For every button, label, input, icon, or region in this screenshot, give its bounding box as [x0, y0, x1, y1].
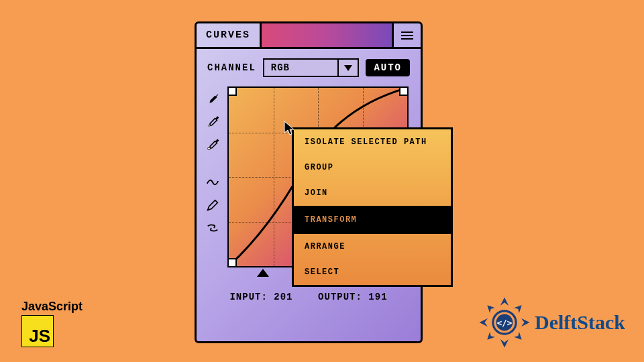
curve-handle-top-right[interactable] — [399, 86, 409, 96]
channel-row: CHANNEL RGB AUTO — [197, 49, 421, 84]
pencil-tool[interactable] — [204, 196, 221, 214]
input-label: INPUT: — [229, 292, 267, 302]
context-menu: ISOLATE SELECTED PATH GROUP JOIN TRANSFO… — [292, 127, 453, 287]
curve-handle-top-left[interactable] — [227, 86, 237, 96]
wave-icon — [205, 175, 220, 190]
header-gradient — [262, 23, 394, 47]
svg-point-1 — [208, 147, 211, 150]
curve-smooth-tool[interactable] — [204, 174, 221, 191]
curve-handle-bottom-left[interactable] — [227, 258, 237, 267]
ctx-arrange[interactable]: ARRANGE — [294, 233, 451, 259]
ctx-isolate-path[interactable]: ISOLATE SELECTED PATH — [294, 129, 451, 155]
ctx-join[interactable]: JOIN — [294, 180, 451, 206]
panel-title: CURVES — [197, 23, 262, 47]
channel-label: CHANNEL — [207, 62, 256, 73]
chevron-down-icon — [344, 65, 352, 71]
svg-marker-6 — [487, 305, 495, 313]
channel-dropdown-arrow[interactable] — [337, 60, 358, 76]
svg-marker-9 — [514, 332, 522, 340]
swap-icon — [205, 221, 220, 235]
channel-select[interactable]: RGB — [263, 58, 360, 77]
input-value: 201 — [274, 292, 292, 302]
panel-header: CURVES — [197, 23, 421, 49]
svg-marker-3 — [500, 339, 508, 347]
svg-marker-2 — [500, 298, 508, 306]
eyedropper-icon — [205, 92, 220, 107]
eyedropper-icon — [205, 115, 220, 129]
ctx-select[interactable]: SELECT — [294, 259, 451, 285]
output-value: 191 — [368, 292, 387, 302]
js-logo-icon: JS — [21, 315, 54, 347]
panel-menu-button[interactable] — [394, 23, 421, 47]
svg-marker-8 — [487, 332, 495, 340]
brand-badge: </> DelftStack — [478, 296, 625, 349]
auto-button[interactable]: AUTO — [366, 59, 410, 76]
svg-marker-7 — [514, 305, 522, 313]
output-label: OUTPUT: — [318, 292, 362, 302]
eyedropper-black-tool[interactable] — [204, 90, 221, 108]
svg-point-0 — [208, 125, 211, 127]
ctx-transform[interactable]: TRANSFORM — [294, 206, 451, 233]
pencil-icon — [205, 198, 220, 213]
hamburger-icon — [401, 32, 413, 40]
svg-text:</>: </> — [497, 318, 513, 328]
eyedropper-gray-tool[interactable] — [204, 113, 221, 131]
swap-arrows-tool[interactable] — [204, 219, 221, 237]
brand-name: DelftStack — [535, 311, 625, 334]
eyedropper-white-tool[interactable] — [204, 136, 221, 154]
tool-column — [203, 86, 222, 282]
slider-handle-left[interactable] — [257, 269, 269, 277]
svg-marker-4 — [480, 318, 488, 326]
svg-marker-5 — [521, 318, 529, 326]
channel-value: RGB — [264, 60, 338, 76]
javascript-badge: JavaScript JS — [21, 300, 83, 347]
js-label: JavaScript — [21, 300, 83, 314]
eyedropper-icon — [205, 137, 220, 152]
ctx-group[interactable]: GROUP — [294, 155, 451, 180]
brand-logo-icon: </> — [478, 296, 531, 349]
